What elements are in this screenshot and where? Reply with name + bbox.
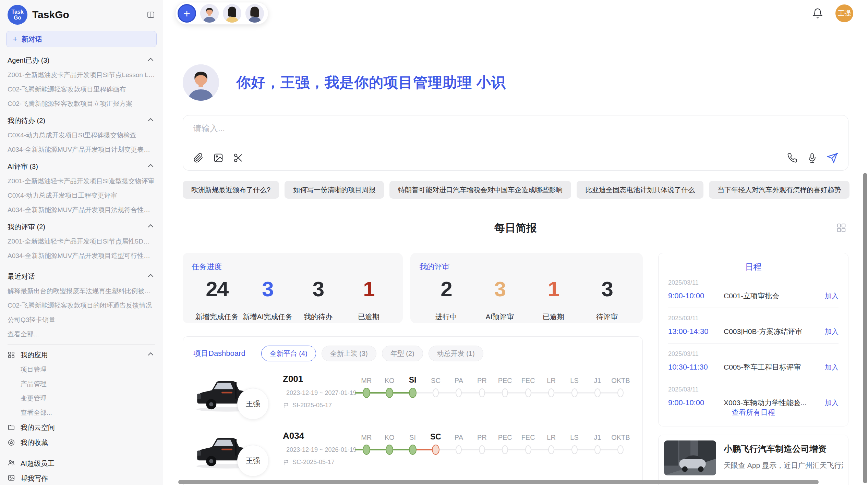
chat-input[interactable]	[193, 124, 838, 133]
milestone: PA	[447, 429, 470, 458]
sidebar-item-favorites[interactable]: 我的收藏	[8, 435, 155, 450]
stat-label: 已逾期	[358, 312, 379, 322]
stat-label: 待评审	[596, 312, 618, 322]
milestone: MR	[355, 429, 378, 458]
project-row[interactable]: 王强Z0012023-12-19 ~ 2027-01-19SI-2025-05-…	[193, 372, 632, 418]
sidebar-tools-section: AI超级员工帮我写作创意制图	[8, 456, 155, 485]
sidebar-section-header[interactable]: 我的评审 (2)	[8, 219, 155, 234]
suggestion-chip[interactable]: 欧洲新规最近颁布了什么?	[183, 181, 279, 199]
milestone-label: LS	[570, 429, 578, 442]
dashboard-tab[interactable]: 动总开发 (1)	[429, 346, 483, 361]
vertical-scrollbar[interactable]	[863, 173, 867, 483]
sidebar-task-item[interactable]: Z001-全新燃油轻卡产品开发项目SI造型提交物评审	[8, 174, 155, 188]
recent-chat-item[interactable]: C02-飞腾新能源轻客改款项目的闭环通告反馈情况	[8, 298, 155, 313]
milestone-label: PA	[455, 429, 463, 442]
milestone-node	[617, 445, 624, 454]
suggestion-chip[interactable]: 比亚迪全固态电池计划具体说了什么	[577, 181, 703, 199]
my-app-item[interactable]: 产品管理	[8, 377, 155, 391]
sidebar-task-item[interactable]: Z001-全新燃油皮卡产品开发项目SI节点Lesson Learn报告	[8, 68, 155, 82]
news-title: 小鹏飞行汽车制造公司增资	[724, 443, 843, 455]
sidebar-section-header[interactable]: 我的待办 (2)	[8, 113, 155, 128]
project-thumbnail: 王强	[193, 429, 274, 475]
user-avatar[interactable]: 王强	[835, 4, 853, 22]
notification-bell-icon[interactable]	[812, 8, 823, 19]
schedule-event: 2025/03/119:00-10:00X003-车辆动力学性能验...加入	[668, 386, 839, 408]
microphone-icon[interactable]	[807, 153, 817, 163]
project-row[interactable]: 王强A0342023-12-19 ~ 2026-01-19SC-2025-05-…	[193, 429, 632, 475]
sidebar-task-item[interactable]: A034-全新新能源MUV产品开发项目法规符合性评审	[8, 203, 155, 217]
attachment-icon[interactable]	[193, 153, 204, 163]
divider	[8, 266, 155, 266]
dashboard-tab[interactable]: 全新平台 (4)	[261, 346, 316, 361]
apps-grid-icon	[8, 351, 15, 359]
main-content: + 王强 你好，王强，我是你的项目管理助理 小识	[163, 0, 868, 485]
milestone-label: KO	[385, 372, 395, 385]
sidebar-section-header[interactable]: AI评审 (3)	[8, 159, 155, 174]
milestone-node	[571, 445, 578, 454]
stat-label: 我的待办	[304, 312, 333, 322]
right-column: 日程 2025/03/119:00-10:00C001-立项审批会加入2025/…	[658, 253, 848, 485]
stat-value: 3	[313, 277, 324, 301]
sidebar-tool-write[interactable]: 帮我写作	[8, 471, 155, 485]
recent-view-all-link[interactable]: 查看全部...	[8, 327, 155, 341]
milestone-label: J1	[594, 372, 601, 385]
new-chat-button[interactable]: + 新对话	[6, 31, 157, 47]
apps-view-all-link[interactable]: 查看全部...	[8, 406, 155, 420]
project-info: A0342023-12-19 ~ 2026-01-19SC-2025-05-17	[283, 429, 355, 466]
sidebar-section-my-apps[interactable]: 我的应用	[8, 347, 155, 362]
event-date: 2025/03/11	[668, 279, 839, 286]
phone-call-icon[interactable]	[787, 153, 797, 163]
suggestion-chip[interactable]: 特朗普可能对进口汽车增税会对中国车企造成哪些影响	[389, 181, 571, 199]
layout-grid-icon[interactable]	[836, 223, 846, 233]
dashboard-tab[interactable]: 全新上装 (3)	[322, 346, 376, 361]
sidebar-task-item[interactable]: C0X4-动力总成开发项目SI里程碑提交物检查	[8, 128, 155, 142]
milestone-node	[525, 388, 531, 397]
schedule-events: 2025/03/119:00-10:00C001-立项审批会加入2025/03/…	[668, 272, 839, 408]
daily-briefing-title: 每日简报	[494, 221, 537, 235]
dashboard-tab[interactable]: 年型 (2)	[382, 346, 423, 361]
join-link[interactable]: 加入	[825, 327, 839, 336]
recent-chat-item[interactable]: 解释最新出台的欧盟报废车法规再生塑料比例被调至15%...	[8, 284, 155, 298]
flag-icon	[283, 402, 289, 409]
view-all-schedule-link[interactable]: 查看所有日程	[668, 408, 839, 417]
sidebar-task-item[interactable]: A034-全新新能源MUV产品开发项目计划变更表编写	[8, 142, 155, 157]
send-icon[interactable]	[827, 152, 838, 163]
sidebar-task-item[interactable]: Z001-全新燃油轻卡产品开发项目SI节点属性5D文件评审	[8, 234, 155, 249]
stat-label: AI预评审	[486, 312, 514, 322]
project-code: Z001	[283, 374, 355, 384]
event-date: 2025/03/11	[668, 315, 839, 322]
join-link[interactable]: 加入	[825, 291, 839, 301]
add-member-button[interactable]: +	[178, 4, 196, 23]
milestone-node	[502, 388, 508, 397]
milestone: MR	[355, 372, 378, 401]
sidebar-task-item[interactable]: A034-全新新能源MUV产品开发项目造型可行性评审	[8, 249, 155, 263]
sidebar-item-cloud-space[interactable]: 我的云空间	[8, 420, 155, 435]
sidebar-task-item[interactable]: C02-飞腾新能源轻客改款项目里程碑画布	[8, 82, 155, 97]
sidebar-collapse-icon[interactable]	[146, 11, 155, 19]
member-avatar-2[interactable]	[223, 4, 241, 23]
recent-chat-item[interactable]: 公司Q3轻卡销量	[8, 313, 155, 327]
sidebar-task-item[interactable]: C0X4-动力总成开发项目工程变更评审	[8, 188, 155, 203]
image-icon[interactable]	[213, 153, 224, 163]
news-card[interactable]: 小鹏飞行汽车制造公司增资 天眼查 App 显示，近日广州汇天飞行汽...	[658, 435, 848, 485]
member-avatar-3[interactable]	[245, 4, 264, 23]
schedule-event: 2025/03/1113:00-14:30C003|H0B-方案冻结评审加入	[668, 315, 839, 336]
project-rows: 王强Z0012023-12-19 ~ 2027-01-19SI-2025-05-…	[193, 372, 632, 475]
my-app-item[interactable]: 项目管理	[8, 362, 155, 377]
event-time: 13:00-14:30	[668, 327, 720, 336]
milestone-node	[594, 388, 601, 397]
sidebar-section-recent[interactable]: 最近对话	[8, 269, 155, 284]
scissors-icon[interactable]	[233, 153, 243, 163]
sidebar-task-item[interactable]: C02-飞腾新能源轻客改款项目立项汇报方案	[8, 97, 155, 111]
my-app-item[interactable]: 变更管理	[8, 391, 155, 406]
dashboard-tabs: 全新平台 (4)全新上装 (3)年型 (2)动总开发 (1)	[261, 346, 483, 361]
sidebar-tool-users[interactable]: AI超级员工	[8, 456, 155, 471]
join-link[interactable]: 加入	[825, 398, 839, 408]
sidebar-section-header[interactable]: Agent已办 (3)	[8, 53, 155, 68]
horizontal-scrollbar[interactable]	[178, 480, 819, 484]
chevron-up-icon	[148, 224, 154, 229]
member-avatar-1[interactable]	[200, 4, 219, 23]
join-link[interactable]: 加入	[825, 363, 839, 372]
suggestion-chip[interactable]: 当下年轻人对汽车外观有怎样的喜好趋势	[709, 181, 849, 199]
suggestion-chip[interactable]: 如何写一份清晰的项目周报	[285, 181, 384, 199]
